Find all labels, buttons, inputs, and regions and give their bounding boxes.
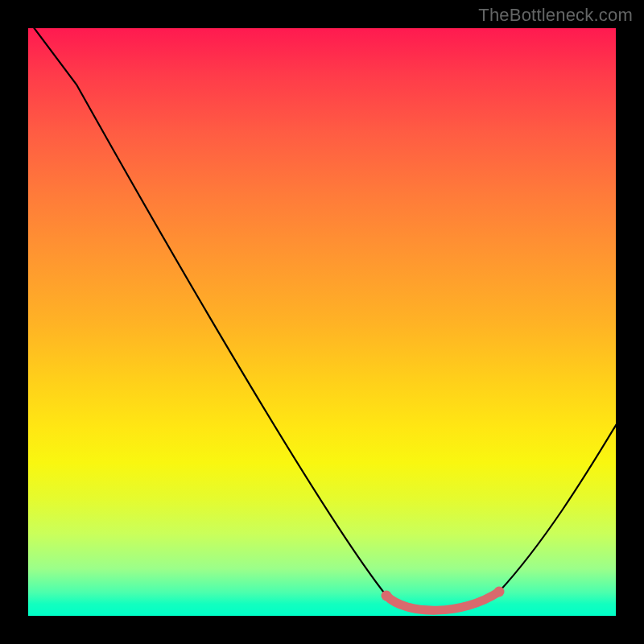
curve-path <box>28 28 616 610</box>
bottleneck-curve <box>28 28 616 616</box>
sweet-spot-dot-left <box>382 591 392 601</box>
curve-sweet-spot <box>386 592 499 610</box>
sweet-spot-dot-right <box>494 587 505 597</box>
watermark-text: TheBottleneck.com <box>478 5 633 26</box>
plot-area <box>28 28 616 616</box>
chart-frame: TheBottleneck.com <box>0 0 644 644</box>
